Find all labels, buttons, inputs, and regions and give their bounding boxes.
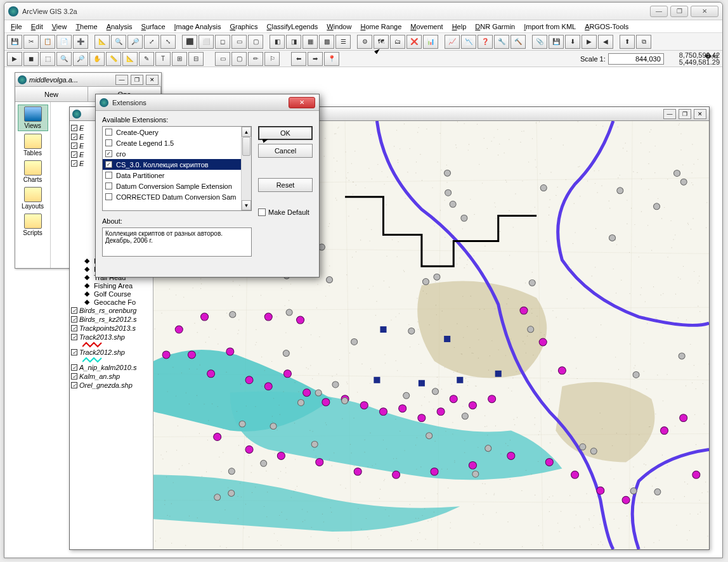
- extension-item[interactable]: Datum Conversion Sample Extension: [103, 181, 251, 191]
- tool-button-33[interactable]: ▶: [582, 35, 597, 49]
- tool-button-3[interactable]: 📄: [56, 35, 72, 49]
- extension-item[interactable]: ✓cro: [103, 148, 251, 159]
- project-close-button[interactable]: ✕: [146, 75, 159, 85]
- toc-layer[interactable]: ✓A_nip_kalm2010.s: [71, 363, 152, 372]
- menu-window[interactable]: Window: [323, 22, 355, 32]
- tool-button-16[interactable]: ◨: [286, 35, 301, 49]
- menu-movement[interactable]: Movement: [406, 22, 446, 32]
- tool-button-31[interactable]: 💾: [549, 35, 564, 49]
- tool-button-1[interactable]: ✂: [23, 35, 39, 49]
- tool-button-21[interactable]: 🗺: [374, 35, 389, 49]
- menu-image-analysis[interactable]: Image Analysis: [171, 22, 225, 32]
- layer-checkbox[interactable]: ✓: [71, 373, 77, 380]
- layer-checkbox[interactable]: ✓: [71, 382, 77, 388]
- menu-theme[interactable]: Theme: [72, 22, 101, 32]
- project-minimize-button[interactable]: —: [115, 75, 128, 85]
- tool-button-22[interactable]: 🗂: [390, 35, 405, 49]
- make-default-checkbox[interactable]: Make Default: [258, 208, 313, 216]
- tool-button-27[interactable]: ❓: [478, 35, 493, 49]
- project-charts[interactable]: Charts: [18, 159, 48, 184]
- toc-layer[interactable]: ✓Trackpoints2013.s: [71, 324, 152, 333]
- tool2-button-9[interactable]: T: [155, 52, 171, 66]
- tool-button-26[interactable]: 📉: [461, 35, 476, 49]
- minimize-button[interactable]: —: [650, 6, 668, 17]
- menu-import-from-kml[interactable]: Import from KML: [520, 22, 580, 32]
- tool-button-23[interactable]: ❌: [406, 35, 422, 49]
- tool-button-29[interactable]: 🔨: [510, 35, 526, 49]
- toc-layer[interactable]: ✓Birds_rs_kz2012.s: [71, 315, 152, 324]
- menu-classifylegends[interactable]: ClassifyLegends: [263, 22, 322, 32]
- project-views[interactable]: Views: [18, 105, 48, 131]
- tool2-button-14[interactable]: ▢: [231, 52, 247, 66]
- menu-dnr-garmin[interactable]: DNR Garmin: [471, 22, 519, 32]
- layer-checkbox[interactable]: ✓: [71, 316, 77, 323]
- tool-button-7[interactable]: 🔎: [127, 35, 143, 49]
- menu-argos-tools[interactable]: ARGOS-Tools: [581, 22, 632, 32]
- tool-button-10[interactable]: ⬛: [182, 35, 197, 49]
- tool2-button-7[interactable]: 📐: [122, 52, 138, 66]
- tool-button-2[interactable]: 📋: [40, 35, 55, 49]
- tool2-button-6[interactable]: 📏: [106, 52, 121, 66]
- tool-button-13[interactable]: ▭: [231, 35, 247, 49]
- tool-button-12[interactable]: ◻: [215, 35, 230, 49]
- tool-button-34[interactable]: ◀: [598, 35, 613, 49]
- close-button[interactable]: ✕: [691, 6, 718, 17]
- tool-button-17[interactable]: ▦: [302, 35, 318, 49]
- layer-checkbox[interactable]: ✓: [71, 334, 77, 340]
- layer-checkbox[interactable]: ✓: [71, 364, 77, 371]
- tool-button-15[interactable]: ◧: [270, 35, 285, 49]
- toc-layer[interactable]: ✓Track2013.shp: [71, 333, 152, 342]
- toc-layer[interactable]: ✓Birds_rs_orenburg: [71, 306, 152, 315]
- tool2-button-8[interactable]: ✎: [139, 52, 154, 66]
- extensions-scrollbar[interactable]: ▲ ▼: [241, 127, 251, 210]
- tool2-button-10[interactable]: ⊞: [172, 52, 187, 66]
- view-minimize-button[interactable]: —: [663, 109, 676, 119]
- extension-checkbox[interactable]: [105, 193, 112, 200]
- tool2-button-20[interactable]: 📍: [324, 52, 339, 66]
- extension-item[interactable]: Create Legend 1.5: [103, 137, 251, 148]
- tool-button-36[interactable]: ⧉: [636, 35, 651, 49]
- extension-item[interactable]: ✓CS_3.0. Коллекция скриптов: [103, 159, 251, 170]
- ok-button[interactable]: OK: [258, 126, 313, 140]
- extensions-dialog[interactable]: Extensions ✕ Available Extensions: Creat…: [95, 94, 320, 278]
- dialog-titlebar[interactable]: Extensions ✕: [96, 94, 319, 111]
- project-tab-new[interactable]: New: [15, 87, 88, 101]
- tool-button-0[interactable]: 💾: [7, 35, 22, 49]
- tool2-button-18[interactable]: ⬅: [291, 52, 306, 66]
- tool2-button-3[interactable]: 🔍: [56, 52, 72, 66]
- tool-button-28[interactable]: 🔧: [494, 35, 509, 49]
- titlebar[interactable]: ArcView GIS 3.2a — ❐ ✕: [4, 3, 722, 20]
- project-titlebar[interactable]: middlevolga.a... — ❐ ✕: [15, 73, 161, 87]
- tool-button-19[interactable]: ☰: [335, 35, 351, 49]
- menu-file[interactable]: File: [7, 22, 26, 32]
- tool-button-24[interactable]: 📊: [423, 35, 438, 49]
- menu-surface[interactable]: Surface: [138, 22, 169, 32]
- tool-button-25[interactable]: 📈: [445, 35, 460, 49]
- tool2-button-4[interactable]: 🔎: [73, 52, 88, 66]
- scroll-thumb[interactable]: [242, 137, 250, 156]
- dialog-close-button[interactable]: ✕: [289, 97, 315, 108]
- menu-view[interactable]: View: [48, 22, 71, 32]
- toc-layer[interactable]: ✓Track2012.shp: [71, 348, 152, 357]
- project-tables[interactable]: Tables: [18, 132, 48, 158]
- toc-layer[interactable]: ✓Kalm_an.shp: [71, 372, 152, 381]
- tool2-button-19[interactable]: ➡: [308, 52, 323, 66]
- extension-item[interactable]: Data Partitioner: [103, 170, 251, 181]
- tool-button-14[interactable]: ▢: [248, 35, 263, 49]
- layer-checkbox[interactable]: ✓: [71, 307, 77, 314]
- scroll-up-button[interactable]: ▲: [242, 127, 251, 137]
- tool-button-11[interactable]: ⬜: [198, 35, 214, 49]
- view-maximize-button[interactable]: ❐: [679, 109, 691, 119]
- scale-input[interactable]: [608, 53, 664, 65]
- extension-checkbox[interactable]: ✓: [105, 161, 112, 168]
- view-close-button[interactable]: ✕: [694, 109, 706, 119]
- layer-checkbox[interactable]: ✓: [71, 349, 77, 355]
- tool2-button-0[interactable]: ▶: [7, 52, 22, 66]
- project-layouts[interactable]: Layouts: [18, 186, 48, 211]
- project-maximize-button[interactable]: ❐: [131, 75, 143, 85]
- checkbox-icon[interactable]: [258, 208, 266, 216]
- extensions-list[interactable]: Create-QueryCreate Legend 1.5✓cro✓CS_3.0…: [102, 126, 252, 211]
- layer-checkbox[interactable]: ✓: [71, 325, 77, 331]
- tool-button-8[interactable]: ⤢: [144, 35, 159, 49]
- scroll-down-button[interactable]: ▼: [242, 200, 251, 210]
